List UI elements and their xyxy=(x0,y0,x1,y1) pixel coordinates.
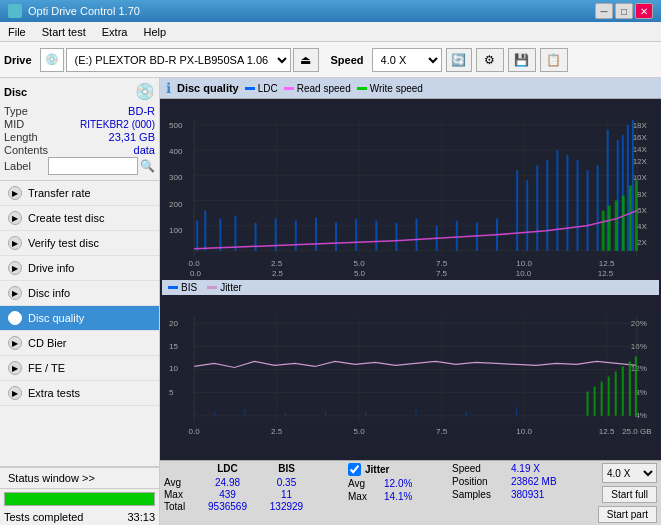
nav-label-create-test: Create test disc xyxy=(28,212,104,224)
disc-contents-row: Contents data xyxy=(4,144,155,156)
total-label: Total xyxy=(164,501,196,512)
svg-rect-101 xyxy=(601,382,603,416)
svg-rect-38 xyxy=(375,221,377,251)
sidebar-item-create-test-disc[interactable]: ▶ Create test disc xyxy=(0,206,159,231)
jitter-checkbox[interactable] xyxy=(348,463,361,476)
eject-button[interactable]: ⏏ xyxy=(293,48,319,72)
menu-start-test[interactable]: Start test xyxy=(34,22,94,41)
svg-text:5.0: 5.0 xyxy=(354,427,366,436)
jitter-max: 14.1% xyxy=(384,491,412,502)
disc-header: Disc 💿 xyxy=(4,82,155,101)
jitter-label-legend: Jitter xyxy=(220,282,242,293)
svg-rect-104 xyxy=(622,366,624,415)
menubar: File Start test Extra Help xyxy=(0,22,661,42)
speed-select[interactable]: 4.0 X xyxy=(372,48,442,72)
avg-row: Avg 24.98 0.35 xyxy=(164,477,344,488)
right-panel: ℹ Disc quality LDC Read speed Write spee… xyxy=(160,78,661,525)
app-title: Opti Drive Control 1.70 xyxy=(28,5,140,17)
sidebar-item-drive-info[interactable]: ▶ Drive info xyxy=(0,256,159,281)
nav-label-disc-quality: Disc quality xyxy=(28,312,84,324)
menu-file[interactable]: File xyxy=(0,22,34,41)
chart-title: Disc quality xyxy=(177,82,239,94)
max-label: Max xyxy=(164,489,196,500)
svg-rect-106 xyxy=(635,356,637,415)
svg-rect-28 xyxy=(196,221,198,251)
sidebar: Disc 💿 Type BD-R MID RITEKBR2 (000) Leng… xyxy=(0,78,160,525)
sidebar-item-extra-tests[interactable]: ▶ Extra tests xyxy=(0,381,159,406)
fe-te-icon: ▶ xyxy=(8,361,22,375)
charts-area: 18X 16X 14X 12X 10X 8X 6X 4X 2X 500 400 … xyxy=(160,99,661,460)
maximize-button[interactable]: □ xyxy=(615,3,633,19)
bis-total: 132929 xyxy=(259,501,314,512)
bis-avg: 0.35 xyxy=(259,477,314,488)
sidebar-item-transfer-rate[interactable]: ▶ Transfer rate xyxy=(0,181,159,206)
svg-text:18X: 18X xyxy=(633,121,648,130)
disc-button[interactable]: 💾 xyxy=(508,48,536,72)
legend-write-label: Write speed xyxy=(370,83,423,94)
start-full-button[interactable]: Start full xyxy=(602,486,657,503)
speed-row: Speed 4.19 X xyxy=(452,463,572,474)
titlebar: Opti Drive Control 1.70 ─ □ ✕ xyxy=(0,0,661,22)
menu-extra[interactable]: Extra xyxy=(94,22,136,41)
sidebar-item-disc-quality[interactable]: ▶ Disc quality xyxy=(0,306,159,331)
save-button[interactable]: 📋 xyxy=(540,48,568,72)
label-label: Label xyxy=(4,160,31,172)
svg-text:15: 15 xyxy=(169,342,178,351)
toolbar: Drive 💿 (E:) PLEXTOR BD-R PX-LB950SA 1.0… xyxy=(0,42,661,78)
svg-rect-29 xyxy=(204,211,206,251)
svg-text:12.5: 12.5 xyxy=(598,269,614,278)
speed-label: Speed xyxy=(331,54,364,66)
legend-read: Read speed xyxy=(284,83,351,94)
minimize-button[interactable]: ─ xyxy=(595,3,613,19)
legend-write: Write speed xyxy=(357,83,423,94)
svg-text:7.5: 7.5 xyxy=(436,427,448,436)
svg-rect-34 xyxy=(295,221,297,251)
sidebar-item-verify-test-disc[interactable]: ▶ Verify test disc xyxy=(0,231,159,256)
svg-rect-46 xyxy=(526,180,528,250)
nav-label-disc-info: Disc info xyxy=(28,287,70,299)
jitter-avg-label: Avg xyxy=(348,478,380,489)
jitter-stats: Jitter Avg 12.0% Max 14.1% xyxy=(348,463,448,502)
svg-text:2.5: 2.5 xyxy=(271,427,283,436)
settings-button[interactable]: ⚙ xyxy=(476,48,504,72)
svg-rect-112 xyxy=(416,410,417,416)
svg-text:12X: 12X xyxy=(633,157,648,166)
disc-quality-icon: ▶ xyxy=(8,311,22,325)
disc-type-row: Type BD-R xyxy=(4,105,155,117)
svg-text:16%: 16% xyxy=(631,342,647,351)
app-icon xyxy=(8,4,22,18)
samples-row: Samples 380931 xyxy=(452,489,572,500)
menu-help[interactable]: Help xyxy=(135,22,174,41)
jitter-max-label: Max xyxy=(348,491,380,502)
nav-label-verify-test: Verify test disc xyxy=(28,237,99,249)
ldc-bis-stats: LDC BIS Avg 24.98 0.35 Max 439 11 Total … xyxy=(164,463,344,512)
label-input[interactable] xyxy=(48,157,138,175)
svg-rect-107 xyxy=(214,412,215,416)
test-speed-select[interactable]: 4.0 X xyxy=(602,463,657,483)
svg-rect-63 xyxy=(629,185,632,250)
bis-header: BIS xyxy=(259,463,314,474)
sidebar-item-cd-bier[interactable]: ▶ CD Bier xyxy=(0,331,159,356)
svg-rect-114 xyxy=(516,407,517,416)
sidebar-item-disc-info[interactable]: ▶ Disc info xyxy=(0,281,159,306)
create-test-icon: ▶ xyxy=(8,211,22,225)
status-section: Status window >> Tests completed 33:13 xyxy=(0,466,159,525)
sidebar-item-fe-te[interactable]: ▶ FE / TE xyxy=(0,356,159,381)
drive-select[interactable]: (E:) PLEXTOR BD-R PX-LB950SA 1.06 xyxy=(66,48,291,72)
svg-text:10: 10 xyxy=(169,364,178,373)
refresh-button[interactable]: 🔄 xyxy=(446,48,472,72)
label-icon[interactable]: 🔍 xyxy=(140,159,155,173)
status-window-button[interactable]: Status window >> xyxy=(0,467,159,489)
svg-text:0.0: 0.0 xyxy=(189,427,201,436)
svg-text:2.5: 2.5 xyxy=(272,269,284,278)
start-part-button[interactable]: Start part xyxy=(598,506,657,523)
chart-header: ℹ Disc quality LDC Read speed Write spee… xyxy=(160,78,661,99)
bis-legend: BIS Jitter xyxy=(162,280,659,295)
close-button[interactable]: ✕ xyxy=(635,3,653,19)
drive-label: Drive xyxy=(4,54,32,66)
bottom-chart: 20% 16% 12% 8% 4% 20 15 10 5 xyxy=(164,297,657,456)
svg-text:5: 5 xyxy=(169,388,174,397)
svg-rect-47 xyxy=(536,165,538,251)
bis-dot xyxy=(168,286,178,289)
speed-position-stats: Speed 4.19 X Position 23862 MB Samples 3… xyxy=(452,463,572,500)
